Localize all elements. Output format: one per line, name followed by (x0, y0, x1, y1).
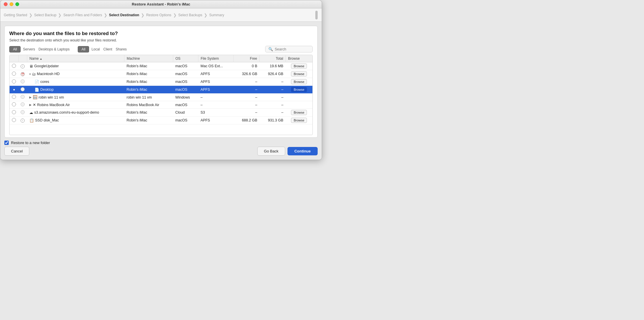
breadcrumb-item-restore-options[interactable]: Restore Options (146, 13, 171, 17)
row-browse[interactable] (286, 101, 312, 109)
filter-all-1[interactable]: All (9, 46, 21, 52)
row-name[interactable]: ▾ 🗂 Macintosh HD (27, 70, 124, 78)
minimize-button[interactable] (10, 2, 13, 6)
browse-button[interactable]: Browse (291, 118, 307, 123)
destinations-table: Name ▲ Machine OS File System Free Total… (9, 55, 313, 135)
scrollbar[interactable] (315, 9, 318, 21)
browse-button[interactable]: Browse (291, 63, 307, 69)
row-browse[interactable]: Browse (286, 78, 312, 86)
restore-new-folder-checkbox[interactable] (4, 141, 9, 145)
row-radio[interactable] (10, 101, 18, 109)
filter-group-1: All Servers Desktops & Laptops (9, 46, 73, 52)
table-row[interactable]: ▶ ✕ Robins MacBook Air Robins MacBook Ai… (10, 101, 312, 109)
maximize-button[interactable] (15, 2, 19, 6)
breadcrumb-item-summary[interactable]: Summary (209, 13, 224, 17)
row-browse[interactable]: Browse (286, 70, 312, 78)
filter-shares[interactable]: Shares (116, 47, 127, 51)
row-name[interactable]: ▶ ✕ Robins MacBook Air (27, 101, 124, 109)
filter-desktops-laptops[interactable]: Desktops & Laptops (39, 47, 70, 51)
window-title: Restore Assistant - Robin's iMac (132, 2, 190, 6)
breadcrumb-arrow: ❯ (173, 13, 177, 17)
table-row[interactable]: 📄 Desktop Robin's iMac macOS APFS – – Br… (10, 86, 312, 94)
page-title: Where do you want the files to be restor… (9, 31, 313, 37)
row-browse[interactable]: Browse (286, 86, 312, 94)
breadcrumb-bar: Getting Started❯Select Backup❯Search Fil… (0, 8, 322, 22)
browse-button[interactable]: Browse (291, 110, 307, 115)
row-free: 688.2 GB (234, 117, 260, 124)
go-back-button[interactable]: Go Back (257, 147, 285, 156)
row-free: – (234, 94, 260, 101)
row-machine: Robin's iMac (124, 117, 173, 124)
row-name[interactable]: ▶ 🪟 robin win 11 vm (27, 94, 124, 101)
browse-button[interactable]: Browse (291, 79, 307, 84)
row-name[interactable]: 📄 Desktop (27, 86, 124, 94)
row-radio[interactable] (10, 94, 18, 101)
row-os: macOS (173, 86, 198, 94)
row-radio[interactable] (10, 86, 18, 94)
table-row[interactable]: ! 🖥 GoogleUpdater Robin's iMac macOS Mac… (10, 62, 312, 70)
search-box[interactable]: 🔍 (265, 46, 313, 52)
row-radio[interactable] (10, 70, 18, 78)
row-browse[interactable]: Browse (286, 117, 312, 124)
col-radio (10, 55, 18, 62)
footer-bar: Restore to a new folder (0, 138, 322, 147)
table-row[interactable]: ▶ 🪟 robin win 11 vm robin win 11 vm Wind… (10, 94, 312, 101)
row-status (18, 78, 27, 86)
table-row[interactable]: ! 📋 SSD disk_Mac Robin's iMac macOS APFS… (10, 117, 312, 124)
breadcrumb-item-getting-started[interactable]: Getting Started (4, 13, 27, 17)
row-free: – (234, 101, 260, 109)
table-row[interactable]: ⏰ ▾ 🗂 Macintosh HD Robin's iMac macOS AP… (10, 70, 312, 78)
row-name[interactable]: ☁ s3.amazonaws.com/rs-eu-support-demo (27, 109, 124, 117)
page-subtitle: Select the destination onto which you wo… (9, 38, 313, 42)
col-total: Total (260, 55, 286, 62)
filter-bar: All Servers Desktops & Laptops All Local… (9, 46, 313, 52)
breadcrumb-arrow: ❯ (104, 13, 107, 17)
table-row[interactable]: ☁ s3.amazonaws.com/rs-eu-support-demo Ro… (10, 109, 312, 117)
row-browse[interactable] (286, 94, 312, 101)
row-radio[interactable] (10, 62, 18, 70)
row-filesystem: APFS (198, 117, 234, 124)
restore-new-folder-label[interactable]: Restore to a new folder (4, 141, 50, 145)
main-panel: Where do you want the files to be restor… (4, 26, 318, 138)
row-os: Windows (173, 94, 198, 101)
breadcrumb-arrow: ❯ (141, 13, 144, 17)
row-status (18, 94, 27, 101)
browse-button[interactable]: Browse (291, 71, 307, 77)
table-row[interactable]: 📄 cores Robin's iMac macOS APFS – – Brow… (10, 78, 312, 86)
title-bar: Restore Assistant - Robin's iMac (0, 0, 322, 8)
row-radio[interactable] (10, 109, 18, 117)
row-machine: Robin's iMac (124, 78, 173, 86)
row-filesystem: – (198, 94, 234, 101)
row-filesystem: S3 (198, 109, 234, 117)
browse-button[interactable]: Browse (291, 87, 307, 92)
filter-servers[interactable]: Servers (23, 47, 35, 51)
row-total: 926.4 GB (260, 70, 286, 78)
row-name[interactable]: 📋 SSD disk_Mac (27, 117, 124, 124)
breadcrumb-item-select-destination[interactable]: Select Destination (109, 13, 139, 17)
close-button[interactable] (4, 2, 8, 6)
filter-group-2: All Local Client Shares (78, 46, 130, 52)
row-total: – (260, 86, 286, 94)
row-browse[interactable]: Browse (286, 109, 312, 117)
row-name[interactable]: 📄 cores (27, 78, 124, 86)
filter-local[interactable]: Local (91, 47, 100, 51)
breadcrumb-item-select-backup[interactable]: Select Backup (34, 13, 57, 17)
col-name[interactable]: Name ▲ (27, 55, 124, 62)
bottom-buttons: Cancel Go Back Continue (0, 147, 322, 160)
row-name[interactable]: 🖥 GoogleUpdater (27, 62, 124, 70)
row-browse[interactable]: Browse (286, 62, 312, 70)
row-radio[interactable] (10, 78, 18, 86)
row-machine: Robin's iMac (124, 86, 173, 94)
search-input[interactable] (275, 47, 310, 51)
breadcrumb-item-search-files-and-folders[interactable]: Search Files and Folders (63, 13, 102, 17)
cancel-button[interactable]: Cancel (4, 147, 29, 156)
row-machine: Robins MacBook Air (124, 101, 173, 109)
continue-button[interactable]: Continue (287, 147, 318, 155)
row-radio[interactable] (10, 117, 18, 124)
row-free: 0 B (234, 62, 260, 70)
col-machine: Machine (124, 55, 173, 62)
filter-client[interactable]: Client (103, 47, 112, 51)
filter-all-2[interactable]: All (78, 46, 89, 52)
breadcrumb-item-select-backups[interactable]: Select Backups (178, 13, 202, 17)
row-status: ! (18, 117, 27, 124)
